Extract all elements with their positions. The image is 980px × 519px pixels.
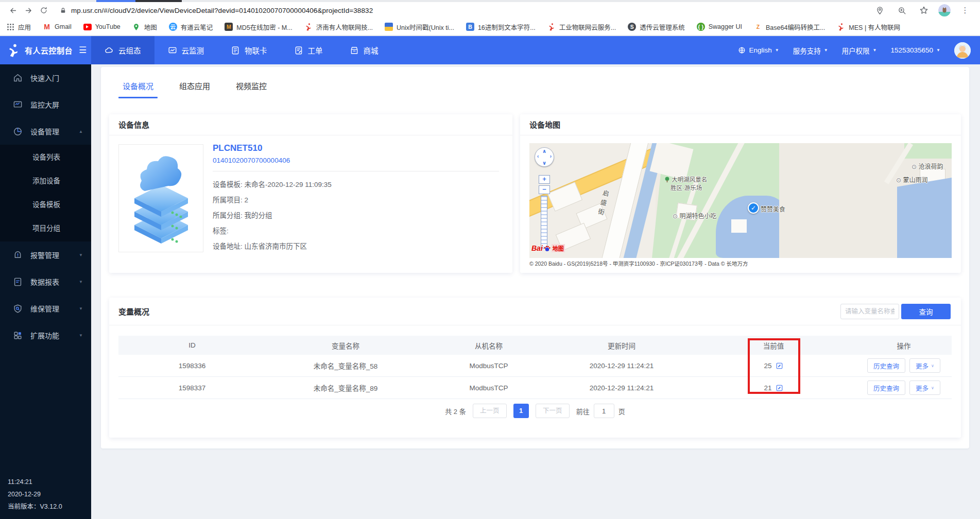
main-panel: 设备概况组态应用视频监控 设备信息: [101, 67, 969, 448]
table-header-row: ID变量名称从机名称更新时间当前值操作: [118, 336, 952, 355]
page-number-button[interactable]: 1: [513, 404, 529, 418]
bookmark-item[interactable]: Unix时间戳(Unix ti...: [385, 22, 454, 32]
maps-icon: [132, 23, 141, 31]
bookmark-star-icon[interactable]: [916, 3, 932, 18]
next-page-button[interactable]: 下一页: [536, 404, 570, 418]
map-zoom-in-button[interactable]: +: [539, 175, 550, 184]
map-pan-control[interactable]: ∧ ∨ ‹ ›: [535, 147, 554, 167]
baidu-map[interactable]: 大明湖风景名胜区·游乐场启盛街⊙ 明湖特色小吃赞赞美食⊙ 沧浪荷韵⊙ 蒙山雨润 …: [529, 143, 952, 258]
query-button[interactable]: 查询: [901, 304, 951, 319]
device-name-link[interactable]: PLCNET510: [213, 143, 499, 153]
browser-menu-icon[interactable]: ⋮: [957, 3, 973, 18]
device-image: [125, 151, 197, 246]
app-tab-云组态[interactable]: 云组态: [91, 36, 154, 64]
url-text[interactable]: mp.usr.cn/#/cloudV2/device/ViewDeviceDet…: [71, 7, 373, 14]
sidebar-item-设备管理[interactable]: 设备管理▲: [0, 118, 91, 145]
bookmark-item[interactable]: ZBase64编码转换工...: [754, 22, 825, 32]
bookmark-item[interactable]: YouTube: [83, 23, 121, 31]
back-icon[interactable]: [5, 3, 21, 18]
device-info-title: 设备信息: [109, 114, 512, 135]
page-unit-label: 页: [618, 406, 625, 416]
app-tab-云监测[interactable]: 云监测: [154, 36, 218, 64]
history-query-button[interactable]: 历史查询: [867, 380, 905, 395]
brand-name: 有人云控制台: [25, 45, 73, 56]
collapse-menu-icon[interactable]: ☰: [79, 45, 87, 56]
history-query-button[interactable]: 历史查询: [867, 358, 905, 373]
reload-icon[interactable]: [36, 3, 51, 18]
bookmark-item[interactable]: { }Swagger UI: [697, 23, 742, 31]
more-label: 更多: [916, 383, 929, 393]
app-tab-工单[interactable]: 工单: [281, 36, 336, 64]
bookmark-item[interactable]: 济南有人物联网技...: [304, 22, 373, 32]
map-zoom-out-button[interactable]: −: [539, 185, 550, 194]
app-tab-物联卡[interactable]: 物联卡: [217, 36, 281, 64]
bookmark-item[interactable]: S透传云管理系统: [628, 22, 685, 32]
bookmark-label: 应用: [18, 22, 31, 32]
device-location-marker[interactable]: ✓: [748, 202, 759, 214]
sidebar-subitem-项目分组[interactable]: 项目分组: [0, 217, 91, 240]
service-support-menu[interactable]: 服务支持▼: [793, 45, 828, 56]
zoom-icon[interactable]: [894, 3, 909, 18]
browser-profile-avatar[interactable]: [938, 4, 951, 16]
sidebar-item-扩展功能[interactable]: 扩展功能▼: [0, 322, 91, 349]
bell-icon: [13, 250, 23, 260]
forward-icon[interactable]: [21, 3, 36, 18]
more-button[interactable]: 更多∨: [909, 358, 940, 373]
sidebar-item-label: 快速入门: [30, 73, 59, 83]
edit-value-icon[interactable]: [776, 362, 783, 370]
bookmark-item[interactable]: MGmail: [43, 23, 72, 31]
home-icon: [13, 73, 23, 83]
prev-page-button[interactable]: 上一页: [473, 404, 507, 418]
sidebar-item-label: 报警管理: [30, 250, 59, 260]
variables-card: 变量概况 查询 ID变量名称从机名称更新时间当前值操作 1598336未命名_变…: [109, 298, 961, 438]
goto-page-input[interactable]: [594, 404, 614, 418]
device-info-fields: 设备模板: 未命名-2020-12-29 11:09:35所属项目: 2所属分组…: [213, 177, 499, 254]
address-bar[interactable]: mp.usr.cn/#/cloudV2/device/ViewDeviceDet…: [55, 3, 865, 18]
app-tab-商城[interactable]: 商城: [336, 36, 392, 64]
column-header-从机名称: 从机名称: [425, 340, 552, 351]
sidebar-item-数据报表[interactable]: 数据报表▼: [0, 268, 91, 295]
bookmark-item[interactable]: 应用: [6, 22, 31, 32]
location-pin-icon[interactable]: [872, 3, 887, 18]
sidebar-item-维保管理[interactable]: 维保管理▼: [0, 295, 91, 322]
sidebar-item-label: 设备管理: [30, 126, 59, 136]
tab-视频监控[interactable]: 视频监控: [236, 80, 267, 98]
tab-设备概况[interactable]: 设备概况: [123, 80, 153, 98]
device-info-field: 设备地址: 山东省济南市历下区: [213, 239, 499, 254]
bookmark-label: MD5在线加密 - M...: [236, 22, 292, 32]
map-zoom-slider[interactable]: [541, 196, 547, 249]
sidebar: 快速入门监控大屏设备管理▲设备列表添加设备设备模板项目分组报警管理▼数据报表▼维…: [0, 64, 91, 519]
user-permission-menu[interactable]: 用户权限▼: [842, 45, 877, 56]
device-info-field: 标签:: [213, 223, 499, 239]
bookmark-item[interactable]: MMD5在线加密 - M...: [225, 22, 292, 32]
tab-组态应用[interactable]: 组态应用: [179, 80, 210, 98]
bookmark-label: Swagger UI: [709, 23, 742, 30]
bookmark-item[interactable]: 地图: [132, 22, 157, 32]
user-avatar[interactable]: [954, 42, 971, 59]
sidebar-subitem-设备列表[interactable]: 设备列表: [0, 146, 91, 169]
bookmark-item[interactable]: 工业物联网云服务...: [547, 22, 616, 32]
edit-value-icon[interactable]: [776, 384, 783, 392]
page-tabs: 设备概况组态应用视频监控: [123, 80, 267, 98]
device-image-box: [118, 144, 203, 252]
total-count: 共 2 条: [445, 406, 466, 416]
bookmark-item[interactable]: MES | 有人物联网: [837, 22, 900, 32]
bookmark-item[interactable]: B16进制到文本字符...: [466, 22, 536, 32]
sidebar-item-监控大屏[interactable]: 监控大屏: [0, 91, 91, 118]
account-phone-menu[interactable]: 15253035650▼: [890, 46, 940, 54]
variable-search-input[interactable]: [840, 304, 899, 319]
sidebar-item-报警管理[interactable]: 报警管理▼: [0, 241, 91, 268]
sidebar-item-快速入门[interactable]: 快速入门: [0, 64, 91, 91]
device-id-link[interactable]: 01401020070700000406: [213, 157, 499, 164]
sidebar-subitem-设备模板[interactable]: 设备模板: [0, 193, 91, 217]
bookmark-item[interactable]: 云有道云笔记: [169, 22, 213, 32]
chevron-down-icon: ▼: [79, 253, 83, 257]
sidebar-subitem-添加设备[interactable]: 添加设备: [0, 169, 91, 193]
bookmark-label: 济南有人物联网技...: [316, 22, 373, 32]
language-switch[interactable]: English▼: [738, 46, 779, 54]
more-label: 更多: [916, 361, 929, 371]
usr-icon: [547, 23, 556, 31]
monitor-icon: [168, 46, 177, 55]
more-button[interactable]: 更多∨: [909, 380, 940, 395]
base64-icon: Z: [754, 23, 762, 31]
